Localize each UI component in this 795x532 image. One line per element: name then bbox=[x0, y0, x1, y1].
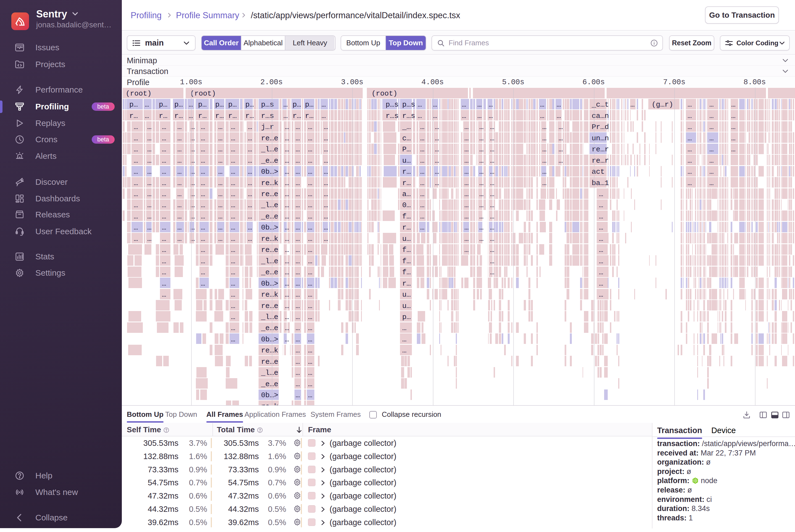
svg-text:…: … bbox=[490, 134, 494, 142]
svg-text:…: … bbox=[433, 100, 437, 109]
svg-text:…: … bbox=[540, 100, 545, 109]
svg-text:…: … bbox=[308, 134, 313, 142]
svg-text:…: … bbox=[420, 224, 424, 232]
svg-text:0b…>: 0b…> bbox=[261, 224, 278, 232]
svg-text:…: … bbox=[296, 380, 300, 388]
svg-text:…: … bbox=[218, 145, 223, 154]
svg-text:…: … bbox=[420, 190, 424, 198]
svg-text:…: … bbox=[296, 257, 300, 265]
svg-text:…: … bbox=[542, 134, 547, 142]
svg-text:_e…e: _e…e bbox=[261, 268, 278, 277]
svg-text:0b…>: 0b…> bbox=[261, 391, 278, 399]
svg-text:…: … bbox=[324, 145, 328, 154]
svg-text:re…e: re…e bbox=[261, 358, 278, 366]
svg-text:_l…e: _l…e bbox=[261, 369, 278, 377]
svg-text:…: … bbox=[145, 100, 149, 109]
svg-text:…: … bbox=[248, 235, 252, 243]
svg-text:…: … bbox=[420, 168, 424, 176]
svg-text:…: … bbox=[490, 179, 494, 187]
svg-text:r…s: r…s bbox=[402, 112, 415, 120]
svg-text:…: … bbox=[248, 123, 252, 131]
svg-text:…: … bbox=[177, 168, 182, 176]
svg-text:f…: f… bbox=[402, 212, 411, 221]
svg-text:…: … bbox=[296, 157, 300, 165]
svg-text:…: … bbox=[465, 190, 469, 198]
svg-text:…: … bbox=[231, 246, 235, 254]
svg-text:…: … bbox=[231, 268, 235, 277]
svg-text:(root): (root) bbox=[126, 90, 152, 98]
svg-text:p…: p… bbox=[129, 100, 138, 109]
svg-text:…: … bbox=[490, 257, 494, 265]
svg-text:…: … bbox=[687, 157, 692, 165]
svg-text:f…: f… bbox=[402, 246, 411, 254]
svg-text:…: … bbox=[248, 179, 252, 187]
svg-text:…: … bbox=[308, 157, 313, 165]
svg-text:…: … bbox=[177, 179, 182, 187]
svg-text:…: … bbox=[465, 134, 469, 142]
svg-text:…: … bbox=[324, 157, 328, 165]
svg-text:…: … bbox=[465, 168, 469, 176]
svg-text:p…: p… bbox=[292, 100, 301, 109]
svg-text:…: … bbox=[248, 134, 252, 142]
svg-text:…: … bbox=[147, 201, 152, 209]
svg-text:…: … bbox=[462, 100, 466, 109]
svg-text:…: … bbox=[147, 168, 152, 176]
svg-text:…: … bbox=[599, 268, 603, 277]
svg-text:…: … bbox=[296, 212, 300, 221]
svg-text:(root): (root) bbox=[190, 90, 216, 98]
svg-text:…: … bbox=[542, 123, 547, 131]
svg-text:p…: p… bbox=[245, 100, 254, 109]
svg-text:…: … bbox=[283, 100, 288, 109]
svg-text:re…k: re…k bbox=[261, 235, 278, 243]
svg-text:…: … bbox=[420, 134, 424, 142]
svg-text:…: … bbox=[162, 145, 166, 154]
svg-text:a…: a… bbox=[402, 190, 411, 198]
svg-text:…: … bbox=[296, 123, 300, 131]
svg-text:u…: u… bbox=[402, 290, 411, 299]
svg-text:…: … bbox=[296, 346, 300, 355]
svg-text:…: … bbox=[248, 168, 252, 176]
svg-text:…: … bbox=[231, 212, 235, 221]
svg-text:_e…e: _e…e bbox=[261, 324, 278, 332]
svg-text:…: … bbox=[308, 313, 313, 321]
svg-text:…: … bbox=[134, 201, 138, 209]
svg-text:…: … bbox=[296, 168, 300, 176]
svg-text:…: … bbox=[162, 201, 166, 209]
svg-text:_…: _… bbox=[402, 123, 411, 131]
svg-text:…: … bbox=[731, 145, 736, 154]
svg-text:…: … bbox=[218, 123, 223, 131]
svg-text:…: … bbox=[308, 246, 313, 254]
svg-text:…: … bbox=[162, 290, 166, 299]
svg-text:…: … bbox=[308, 402, 313, 405]
svg-text:…: … bbox=[418, 112, 422, 120]
svg-text:p…s: p…s bbox=[385, 100, 399, 109]
svg-text:…: … bbox=[435, 157, 439, 165]
svg-text:…: … bbox=[296, 302, 300, 310]
svg-text:0…: 0… bbox=[402, 201, 411, 209]
svg-text:r…: r… bbox=[159, 112, 167, 120]
svg-text:…: … bbox=[231, 168, 235, 176]
svg-text:…: … bbox=[308, 335, 313, 344]
svg-text:…: … bbox=[218, 157, 223, 165]
svg-text:…: … bbox=[201, 123, 205, 131]
svg-text:…: … bbox=[687, 179, 692, 187]
svg-text:…: … bbox=[542, 157, 547, 165]
svg-text:…: … bbox=[296, 268, 300, 277]
svg-text:…: … bbox=[285, 157, 289, 165]
svg-text:…: … bbox=[147, 134, 152, 142]
svg-text:…: … bbox=[283, 112, 288, 120]
svg-text:…: … bbox=[559, 134, 563, 142]
svg-text:…: … bbox=[490, 235, 494, 243]
svg-text:…: … bbox=[490, 212, 494, 221]
svg-text:…: … bbox=[248, 190, 252, 198]
svg-text:…: … bbox=[231, 290, 235, 299]
svg-text:…: … bbox=[420, 123, 424, 131]
svg-text:…: … bbox=[479, 157, 484, 165]
svg-text:…: … bbox=[201, 201, 205, 209]
svg-text:…: … bbox=[296, 402, 300, 405]
svg-text:re…e: re…e bbox=[261, 246, 278, 254]
svg-text:…: … bbox=[489, 112, 493, 120]
svg-text:…: … bbox=[559, 157, 563, 165]
svg-text:…: … bbox=[285, 134, 289, 142]
svg-text:…: … bbox=[134, 168, 138, 176]
